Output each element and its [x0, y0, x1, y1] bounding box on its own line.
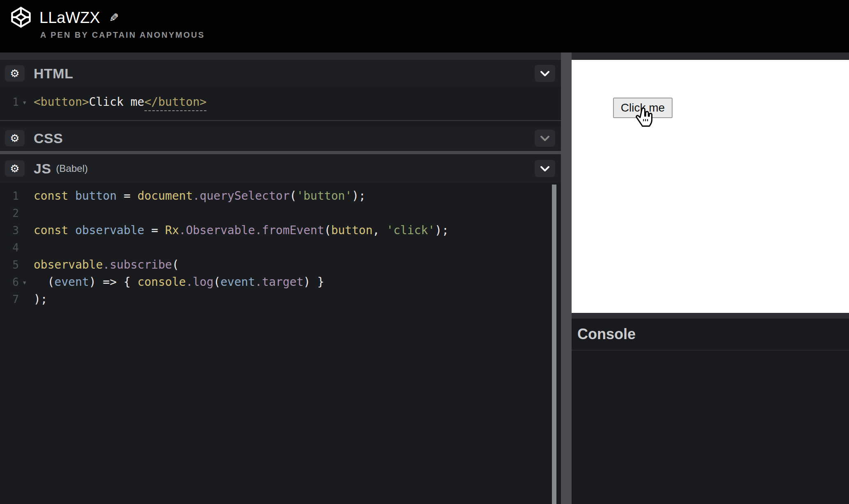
html-css-separator[interactable]	[0, 120, 561, 121]
code-line[interactable]: 4	[0, 239, 561, 256]
code-line[interactable]: 1▾<button>Click me</button>	[0, 94, 561, 111]
editor-preview-resize-gutter[interactable]	[561, 52, 572, 504]
html-collapse-button[interactable]	[535, 65, 555, 82]
line-number: 5	[0, 256, 19, 274]
css-collapse-button[interactable]	[535, 130, 555, 147]
js-panel-title: JS	[34, 161, 51, 177]
preview-pane: Click me	[572, 60, 849, 313]
code-text: const button = document.querySelector('b…	[34, 187, 366, 205]
js-editor-scrollbar[interactable]	[552, 185, 556, 504]
css-panel-header: ⚙ CSS	[0, 126, 561, 150]
js-preprocessor-label: (Babel)	[56, 163, 88, 174]
code-text: <button>Click me</button>	[34, 94, 206, 111]
pen-byline: A PEN BY CAPTAIN ANONYMOUS	[40, 30, 205, 40]
code-line[interactable]: 5observable.subscribe(	[0, 256, 561, 274]
chevron-down-icon	[540, 71, 550, 77]
pen-title: LLaWZX	[39, 9, 100, 27]
css-js-resize-gutter[interactable]	[0, 151, 561, 154]
chevron-down-icon	[540, 166, 550, 172]
code-text: const observable = Rx.Observable.fromEve…	[34, 222, 449, 239]
codepen-logo-icon[interactable]	[10, 6, 32, 28]
code-line[interactable]: 7);	[0, 291, 561, 308]
codepen-app: LLaWZX ✎ A PEN BY CAPTAIN ANONYMOUS ⚙ HT…	[0, 0, 849, 504]
console-title: Console	[577, 326, 636, 343]
code-line[interactable]: 3const observable = Rx.Observable.fromEv…	[0, 222, 561, 239]
preview-console-resize-gutter[interactable]	[572, 313, 849, 319]
line-number: 3	[0, 222, 19, 239]
gear-icon: ⚙	[10, 162, 19, 175]
js-editor[interactable]: 1const button = document.querySelector('…	[0, 183, 561, 504]
code-line[interactable]: 6▾ (event) => { console.log(event.target…	[0, 274, 561, 291]
js-panel-header: ⚙ JS (Babel)	[0, 154, 561, 183]
js-settings-button[interactable]: ⚙	[5, 160, 25, 177]
line-number: 4	[0, 239, 19, 256]
line-number: 2	[0, 205, 19, 222]
gear-icon: ⚙	[10, 132, 19, 145]
console-panel: Console	[572, 319, 849, 504]
line-number: 1	[0, 94, 19, 111]
console-output	[572, 351, 849, 504]
header: LLaWZX ✎ A PEN BY CAPTAIN ANONYMOUS	[0, 0, 849, 52]
js-collapse-button[interactable]	[535, 160, 555, 177]
css-settings-button[interactable]: ⚙	[5, 130, 25, 146]
line-number: 7	[0, 291, 19, 308]
css-panel-title: CSS	[34, 130, 63, 146]
html-settings-button[interactable]: ⚙	[5, 65, 25, 82]
line-number: 1	[0, 187, 19, 205]
html-panel-title: HTML	[34, 66, 73, 82]
html-panel-header: ⚙ HTML	[0, 60, 561, 87]
code-text: observable.subscribe(	[34, 256, 179, 274]
fold-arrow-icon[interactable]: ▾	[22, 94, 27, 111]
pen-title-row: LLaWZX ✎	[39, 8, 119, 27]
code-line[interactable]: 1const button = document.querySelector('…	[0, 187, 561, 205]
code-text: );	[34, 291, 48, 308]
preview-click-me-button[interactable]: Click me	[613, 98, 673, 118]
console-header: Console	[572, 319, 849, 351]
line-number: 6	[0, 274, 19, 291]
fold-arrow-icon[interactable]: ▾	[22, 274, 27, 291]
code-line[interactable]: 2	[0, 205, 561, 222]
edit-title-pencil-icon[interactable]: ✎	[109, 11, 119, 25]
gear-icon: ⚙	[10, 67, 19, 80]
editor-column: ⚙ HTML 1▾<button>Click me</button> ⚙ CSS…	[0, 60, 561, 504]
code-text: (event) => { console.log(event.target) }	[34, 274, 324, 291]
top-resize-gutter[interactable]	[0, 52, 849, 60]
chevron-down-icon	[540, 135, 550, 141]
